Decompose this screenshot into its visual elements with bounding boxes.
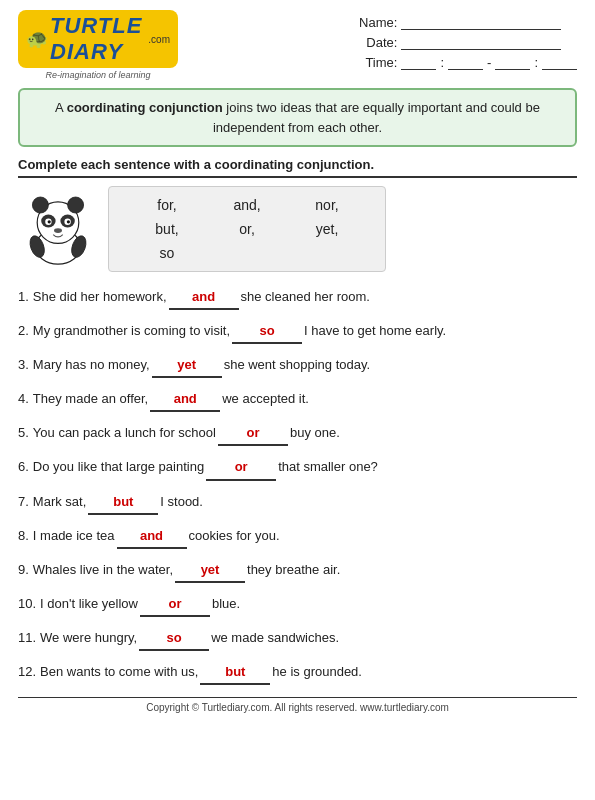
sentence-row: 10.I don't like yellow or blue. [18,593,577,617]
sentence-number: 3. [18,354,29,376]
sentence-number: 10. [18,593,36,615]
sentence-text-before: My grandmother is coming to visit, [33,320,230,342]
info-box: A coordinating conjunction joins two ide… [18,88,577,147]
fields-area: Name: Date: Time: : - : [352,10,577,70]
footer: Copyright © Turtlediary.com. All rights … [18,697,577,713]
date-label: Date: [352,35,397,50]
answer-blank[interactable]: yet [175,559,245,583]
sentence-row: 11.We were hungry, so we made sandwiches… [18,627,577,651]
sentence-text-after: we made sandwiches. [211,627,339,649]
panda-image [18,189,98,269]
sentence-text-before: I don't like yellow [40,593,138,615]
sentence-text-after: blue. [212,593,240,615]
sentence-text-before: Mary has no money, [33,354,150,376]
sentence-text-after: they breathe air. [247,559,340,581]
sentence-row: 2.My grandmother is coming to visit, so … [18,320,577,344]
name-row: Name: [352,14,577,30]
sentence-text-before: They made an offer, [33,388,148,410]
sentence-number: 9. [18,559,29,581]
name-line [401,14,561,30]
sentence-text-before: Mark sat, [33,491,86,513]
svg-point-3 [68,197,84,213]
time-line-4 [542,54,577,70]
sentence-text-before: I made ice tea [33,525,115,547]
answer-blank[interactable]: yet [152,354,222,378]
svg-point-10 [54,228,62,233]
time-line-2 [448,54,483,70]
instructions: Complete each sentence with a coordinati… [18,157,577,178]
logo-text: TURTLE DIARY [50,13,148,65]
header: 🐢 TURTLE DIARY .com Re-imagination of le… [18,10,577,80]
time-dash: - [487,55,491,70]
sentence-number: 4. [18,388,29,410]
time-line-1 [401,54,436,70]
turtle-icon: 🐢 [26,28,48,50]
answer-blank[interactable]: but [88,491,158,515]
date-line [401,34,561,50]
sentence-row: 8.I made ice tea and cookies for you. [18,525,577,549]
answer-blank[interactable]: so [232,320,302,344]
sentence-text-before: Do you like that large painting [33,456,204,478]
sentence-row: 6.Do you like that large painting or tha… [18,456,577,480]
sentence-number: 11. [18,627,36,649]
sentence-row: 5.You can pack a lunch for school or buy… [18,422,577,446]
time-line-3 [495,54,530,70]
sentence-row: 7.Mark sat, but I stood. [18,491,577,515]
conj-or: or, [207,219,287,239]
conjunction-box: for, and, nor, but, or, yet, so [108,186,386,272]
sentence-text-after: I have to get home early. [304,320,446,342]
sentence-text-before: Whales live in the water, [33,559,173,581]
answer-blank[interactable]: and [169,286,239,310]
sentence-text-before: You can pack a lunch for school [33,422,216,444]
sentence-text-before: We were hungry, [40,627,137,649]
info-text-before: A [55,100,67,115]
sentence-row: 4.They made an offer, and we accepted it… [18,388,577,412]
sentence-text-after: we accepted it. [222,388,309,410]
answer-blank[interactable]: so [139,627,209,651]
sentence-row: 1.She did her homework, and she cleaned … [18,286,577,310]
sentence-text-after: that smaller one? [278,456,378,478]
sentence-number: 1. [18,286,29,308]
sentence-number: 8. [18,525,29,547]
time-colon-1: : [440,55,444,70]
time-colon-2: : [534,55,538,70]
time-row: Time: : - : [352,54,577,70]
sentence-row: 12.Ben wants to come with us, but he is … [18,661,577,685]
conj-for: for, [127,195,207,215]
answer-blank[interactable]: and [150,388,220,412]
sentence-number: 2. [18,320,29,342]
conj-but: but, [127,219,207,239]
answer-blank[interactable]: or [140,593,210,617]
info-text-after: joins two ideas that are equally importa… [213,100,540,135]
sentence-number: 7. [18,491,29,513]
page: 🐢 TURTLE DIARY .com Re-imagination of le… [0,0,595,800]
answer-blank[interactable]: or [206,456,276,480]
info-bold: coordinating conjunction [67,100,223,115]
sentence-row: 3.Mary has no money, yet she went shoppi… [18,354,577,378]
sentence-text-after: buy one. [290,422,340,444]
svg-point-9 [67,220,70,223]
name-label: Name: [352,15,397,30]
conj-nor: nor, [287,195,367,215]
answer-blank[interactable]: and [117,525,187,549]
conj-yet: yet, [287,219,367,239]
sentence-row: 9.Whales live in the water, yet they bre… [18,559,577,583]
svg-point-8 [48,220,51,223]
answer-blank[interactable]: or [218,422,288,446]
conj-so: so [127,243,207,263]
logo-com: .com [148,34,170,45]
sentence-text-after: she cleaned her room. [241,286,370,308]
time-label: Time: [352,55,397,70]
sentence-text-before: Ben wants to come with us, [40,661,198,683]
answer-blank[interactable]: but [200,661,270,685]
sentence-text-after: I stood. [160,491,203,513]
sentence-text-before: She did her homework, [33,286,167,308]
sentence-number: 6. [18,456,29,478]
sentence-text-after: cookies for you. [189,525,280,547]
sentence-number: 12. [18,661,36,683]
sentence-text-after: she went shopping today. [224,354,370,376]
conj-and: and, [207,195,287,215]
svg-point-2 [32,197,48,213]
sentence-text-after: he is grounded. [272,661,362,683]
logo-box: 🐢 TURTLE DIARY .com [18,10,178,68]
